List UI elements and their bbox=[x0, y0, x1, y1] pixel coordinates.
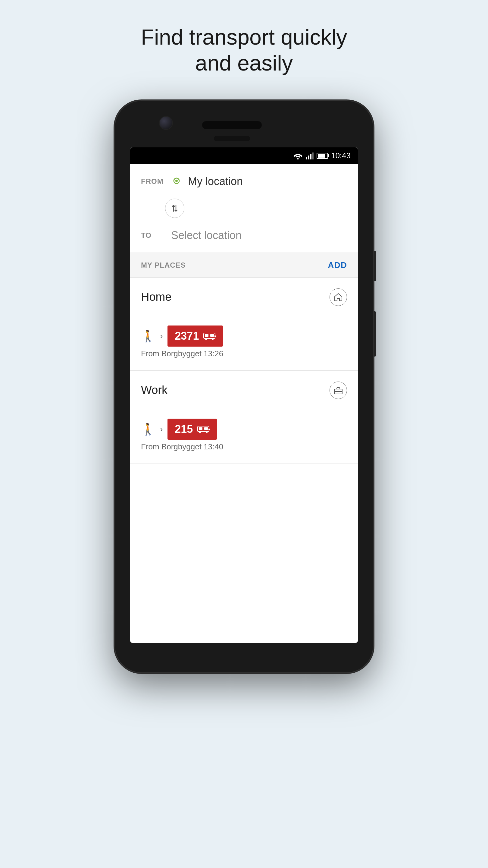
svg-point-20 bbox=[206, 431, 207, 433]
swap-button[interactable] bbox=[165, 198, 184, 218]
from-section[interactable]: FROM My location bbox=[130, 164, 358, 253]
arrow-icon-work: › bbox=[160, 424, 163, 434]
walk-icon-home: 🚶 bbox=[141, 330, 155, 343]
place-item-work[interactable]: Work bbox=[130, 371, 358, 410]
svg-rect-12 bbox=[203, 336, 204, 337]
from-row[interactable]: FROM My location bbox=[130, 164, 358, 198]
svg-rect-3 bbox=[310, 154, 312, 159]
speaker bbox=[202, 121, 262, 129]
to-location-text: Select location bbox=[171, 229, 241, 242]
swap-row[interactable] bbox=[130, 198, 358, 218]
camera bbox=[159, 116, 173, 130]
place-item-home[interactable]: Home bbox=[130, 278, 358, 317]
transit-info-work: 🚶 › 215 bbox=[141, 418, 223, 452]
svg-point-6 bbox=[175, 180, 178, 182]
to-label: TO bbox=[141, 231, 171, 240]
svg-rect-1 bbox=[306, 157, 307, 159]
wifi-icon bbox=[293, 152, 303, 159]
from-label: FROM bbox=[141, 177, 171, 186]
bus-badge-work: 215 bbox=[167, 418, 217, 440]
place-name-home: Home bbox=[141, 290, 171, 304]
svg-rect-17 bbox=[199, 427, 202, 430]
status-time: 10:43 bbox=[331, 151, 351, 160]
transit-top-work: 🚶 › 215 bbox=[141, 418, 223, 440]
status-icons: 10:43 bbox=[293, 151, 351, 160]
from-location-text: My location bbox=[188, 175, 243, 188]
transit-from-home: From Borgbygget 13:26 bbox=[141, 349, 223, 358]
fingerprint-sensor bbox=[214, 136, 250, 141]
gps-dot-icon bbox=[171, 176, 182, 187]
phone-frame: 10:43 FROM My location bbox=[115, 100, 373, 673]
home-icon bbox=[333, 292, 343, 302]
transit-top-home: 🚶 › 2371 bbox=[141, 326, 223, 347]
home-icon-circle bbox=[330, 288, 347, 306]
bus-number-home: 2371 bbox=[175, 330, 199, 342]
transit-info-home: 🚶 › 2371 bbox=[141, 326, 223, 358]
battery-icon bbox=[317, 153, 328, 159]
volume-button bbox=[373, 311, 376, 356]
transit-row-work[interactable]: 🚶 › 215 bbox=[130, 410, 358, 464]
bus-icon-home bbox=[203, 332, 216, 340]
bus-icon-work bbox=[197, 425, 210, 433]
svg-rect-9 bbox=[210, 334, 214, 337]
svg-rect-22 bbox=[208, 429, 210, 430]
svg-rect-8 bbox=[205, 334, 208, 337]
power-button bbox=[373, 251, 376, 281]
briefcase-icon bbox=[333, 385, 343, 395]
transit-from-work: From Borgbygget 13:40 bbox=[141, 442, 223, 452]
svg-point-19 bbox=[199, 431, 201, 433]
svg-point-0 bbox=[297, 158, 298, 159]
status-bar: 10:43 bbox=[130, 147, 358, 164]
svg-point-10 bbox=[205, 338, 207, 340]
svg-rect-18 bbox=[204, 427, 208, 430]
walk-icon-work: 🚶 bbox=[141, 423, 155, 436]
svg-rect-4 bbox=[312, 153, 314, 159]
work-icon-circle bbox=[330, 381, 347, 399]
to-row[interactable]: TO Select location bbox=[130, 218, 358, 253]
swap-icon bbox=[170, 204, 180, 213]
my-places-label: MY PLACES bbox=[141, 261, 186, 270]
phone-screen: 10:43 FROM My location bbox=[130, 147, 358, 643]
location-dot-svg bbox=[171, 176, 182, 186]
place-name-work: Work bbox=[141, 384, 167, 397]
bus-number-work: 215 bbox=[175, 423, 193, 435]
bus-badge-home: 2371 bbox=[167, 326, 223, 347]
transit-row-home[interactable]: 🚶 › 2371 bbox=[130, 317, 358, 371]
add-place-button[interactable]: ADD bbox=[328, 260, 347, 270]
svg-rect-13 bbox=[215, 336, 216, 337]
arrow-icon-home: › bbox=[160, 331, 163, 341]
svg-rect-2 bbox=[308, 156, 310, 159]
svg-point-11 bbox=[212, 338, 214, 340]
svg-rect-21 bbox=[197, 429, 198, 430]
signal-icon bbox=[306, 152, 314, 159]
page-title: Find transport quickly and easily bbox=[124, 24, 364, 76]
my-places-header: MY PLACES ADD bbox=[130, 253, 358, 278]
